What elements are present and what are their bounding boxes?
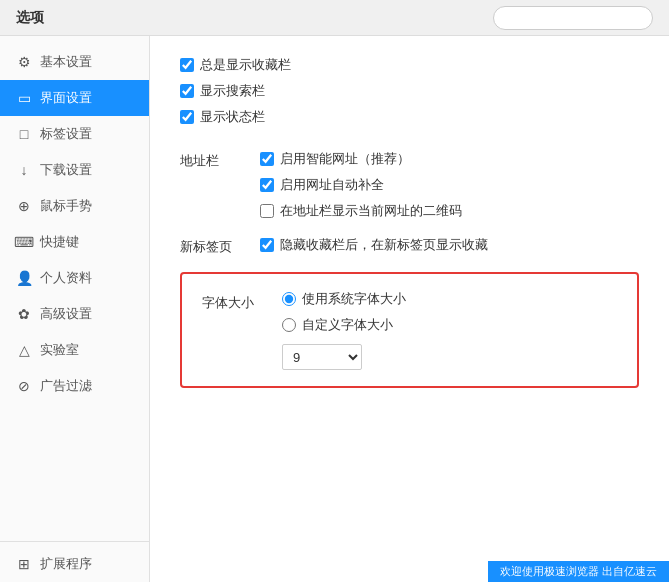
- show-search-checkbox[interactable]: [180, 84, 194, 98]
- adfilter-icon: ⊘: [16, 378, 32, 394]
- font-size-controls: 使用系统字体大小 自定义字体大小 8 9 10 11 12 14: [282, 290, 406, 370]
- advanced-icon: ✿: [16, 306, 32, 322]
- download-icon: ↓: [16, 162, 32, 178]
- qrcode-row[interactable]: 在地址栏显示当前网址的二维码: [260, 202, 639, 220]
- search-input[interactable]: [493, 6, 653, 30]
- new-tab-controls: 隐藏收藏栏后，在新标签页显示收藏: [260, 236, 639, 254]
- system-font-label: 使用系统字体大小: [302, 290, 406, 308]
- auto-complete-label: 启用网址自动补全: [280, 176, 384, 194]
- gear-icon: ⚙: [16, 54, 32, 70]
- new-tab-label: 新标签页: [180, 236, 260, 256]
- show-status-checkbox[interactable]: [180, 110, 194, 124]
- sidebar-item-adfilter[interactable]: ⊘ 广告过滤: [0, 368, 149, 404]
- hide-favorites-label: 隐藏收藏栏后，在新标签页显示收藏: [280, 236, 488, 254]
- profile-icon: 👤: [16, 270, 32, 286]
- sidebar-item-interface[interactable]: ▭ 界面设置: [0, 80, 149, 116]
- bottom-hint-text: 欢迎使用极速浏览器 出自亿速云: [500, 565, 657, 577]
- sidebar-item-label: 界面设置: [40, 89, 92, 107]
- lab-icon: △: [16, 342, 32, 358]
- interface-icon: ▭: [16, 90, 32, 106]
- sidebar-item-label: 扩展程序: [40, 555, 92, 573]
- font-size-dropdown-row: 8 9 10 11 12 14: [282, 344, 406, 370]
- custom-font-radio[interactable]: [282, 318, 296, 332]
- sidebar-item-label: 快捷键: [40, 233, 79, 251]
- mouse-icon: ⊕: [16, 198, 32, 214]
- sidebar-item-label: 标签设置: [40, 125, 92, 143]
- address-bar-controls: 启用智能网址（推荐） 启用网址自动补全 在地址栏显示当前网址的二维码: [260, 150, 639, 220]
- extensions-icon: ⊞: [16, 556, 32, 572]
- sidebar-item-label: 鼠标手势: [40, 197, 92, 215]
- show-status-label: 显示状态栏: [200, 108, 265, 126]
- font-size-label: 字体大小: [202, 290, 262, 312]
- sidebar-divider: ⊞ 扩展程序: [0, 541, 149, 582]
- sidebar: ⚙ 基本设置 ▭ 界面设置 □ 标签设置 ↓ 下载设置 ⊕ 鼠标手势 ⌨ 快捷键…: [0, 36, 150, 582]
- sidebar-item-label: 广告过滤: [40, 377, 92, 395]
- tabs-icon: □: [16, 126, 32, 142]
- qrcode-checkbox[interactable]: [260, 204, 274, 218]
- sidebar-item-extensions[interactable]: ⊞ 扩展程序: [0, 546, 149, 582]
- show-favorites-checkbox[interactable]: [180, 58, 194, 72]
- sidebar-item-advanced[interactable]: ✿ 高级设置: [0, 296, 149, 332]
- hide-favorites-checkbox[interactable]: [260, 238, 274, 252]
- show-search-label: 显示搜索栏: [200, 82, 265, 100]
- top-bar: 选项: [0, 0, 669, 36]
- show-favorites-row[interactable]: 总是显示收藏栏: [180, 56, 639, 74]
- new-tab-section: 新标签页 隐藏收藏栏后，在新标签页显示收藏: [180, 236, 639, 256]
- address-bar-label: 地址栏: [180, 150, 260, 170]
- page-title: 选项: [16, 9, 44, 27]
- font-size-section: 字体大小 使用系统字体大小 自定义字体大小 8 9 10 11 12: [180, 272, 639, 388]
- show-search-row[interactable]: 显示搜索栏: [180, 82, 639, 100]
- sidebar-item-label: 个人资料: [40, 269, 92, 287]
- show-favorites-label: 总是显示收藏栏: [200, 56, 291, 74]
- sidebar-item-label: 实验室: [40, 341, 79, 359]
- address-bar-section: 地址栏 启用智能网址（推荐） 启用网址自动补全 在地址栏显示当前网址的二维码: [180, 150, 639, 220]
- main-layout: ⚙ 基本设置 ▭ 界面设置 □ 标签设置 ↓ 下载设置 ⊕ 鼠标手势 ⌨ 快捷键…: [0, 36, 669, 582]
- sidebar-item-label: 基本设置: [40, 53, 92, 71]
- smart-url-row[interactable]: 启用智能网址（推荐）: [260, 150, 639, 168]
- font-size-select[interactable]: 8 9 10 11 12 14: [282, 344, 362, 370]
- hide-favorites-row[interactable]: 隐藏收藏栏后，在新标签页显示收藏: [260, 236, 639, 254]
- qrcode-label: 在地址栏显示当前网址的二维码: [280, 202, 462, 220]
- toolbar-section: 总是显示收藏栏 显示搜索栏 显示状态栏: [180, 56, 639, 126]
- custom-font-row[interactable]: 自定义字体大小: [282, 316, 406, 334]
- auto-complete-row[interactable]: 启用网址自动补全: [260, 176, 639, 194]
- sidebar-item-label: 下载设置: [40, 161, 92, 179]
- smart-url-label: 启用智能网址（推荐）: [280, 150, 410, 168]
- sidebar-item-tabs[interactable]: □ 标签设置: [0, 116, 149, 152]
- toolbar-controls: 总是显示收藏栏 显示搜索栏 显示状态栏: [180, 56, 639, 126]
- hotkey-icon: ⌨: [16, 234, 32, 250]
- show-status-row[interactable]: 显示状态栏: [180, 108, 639, 126]
- sidebar-item-hotkey[interactable]: ⌨ 快捷键: [0, 224, 149, 260]
- sidebar-item-download[interactable]: ↓ 下载设置: [0, 152, 149, 188]
- sidebar-item-lab[interactable]: △ 实验室: [0, 332, 149, 368]
- sidebar-item-label: 高级设置: [40, 305, 92, 323]
- sidebar-item-profile[interactable]: 👤 个人资料: [0, 260, 149, 296]
- bottom-hint-bar: 欢迎使用极速浏览器 出自亿速云: [488, 561, 669, 582]
- system-font-radio[interactable]: [282, 292, 296, 306]
- system-font-row[interactable]: 使用系统字体大小: [282, 290, 406, 308]
- smart-url-checkbox[interactable]: [260, 152, 274, 166]
- auto-complete-checkbox[interactable]: [260, 178, 274, 192]
- sidebar-item-mouse[interactable]: ⊕ 鼠标手势: [0, 188, 149, 224]
- content-area: 总是显示收藏栏 显示搜索栏 显示状态栏 地址栏 启用智能网址（推荐）: [150, 36, 669, 582]
- custom-font-label: 自定义字体大小: [302, 316, 393, 334]
- sidebar-item-basic[interactable]: ⚙ 基本设置: [0, 44, 149, 80]
